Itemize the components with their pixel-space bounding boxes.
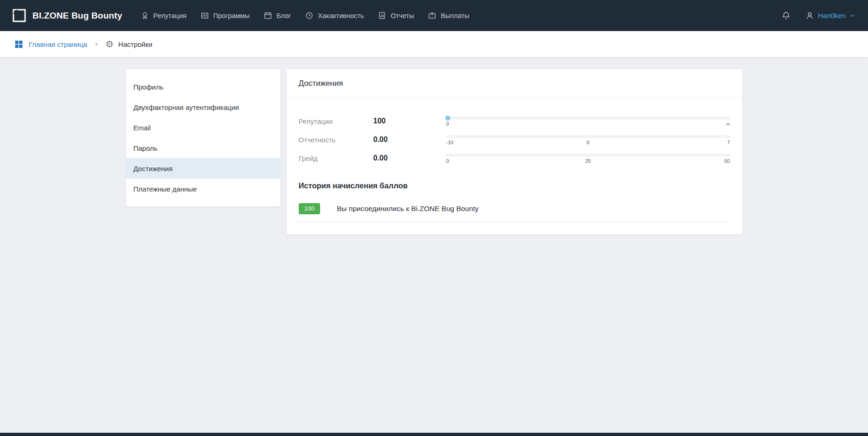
slider-track	[446, 117, 730, 119]
scale-max: 50	[724, 158, 730, 164]
settings-sidebar: Профиль Двухфакторная аутентификация Ema…	[126, 69, 281, 207]
slider-scale: 0 ∞	[446, 121, 730, 127]
nav-item-label: Отчеты	[391, 12, 414, 19]
metric-label: Отчетность	[299, 136, 373, 144]
footer-strip	[0, 433, 868, 436]
sidebar-item-label: Достижения	[134, 165, 173, 173]
navbar-right: Han0ken	[781, 11, 856, 20]
scale-min: 0	[446, 158, 449, 164]
points-badge: 100	[299, 203, 321, 214]
slider-dot	[445, 115, 450, 121]
achievements-panel: Достижения Репутация 100 0 ∞ Отчетн	[286, 69, 743, 235]
history-entry: 100 Вы присоединились к Bi.ZONE Bug Boun…	[299, 203, 730, 222]
chevron-right-icon	[93, 41, 99, 47]
dashboard-grid-icon	[14, 39, 24, 49]
grade-slider: 0 25 50	[446, 153, 730, 164]
reporting-slider: -10 0 7	[446, 135, 730, 145]
scale-mid: 25	[585, 158, 591, 164]
sidebar-item-label: Платежные данные	[134, 185, 197, 193]
sidebar-item-2fa[interactable]: Двухфакторная аутентификация	[126, 97, 280, 117]
nav-item-label: Программы	[213, 12, 250, 19]
sidebar-item-profile[interactable]: Профиль	[126, 77, 280, 97]
breadcrumb-current: ⚙ Настройки	[105, 39, 153, 49]
chevron-down-icon	[849, 12, 856, 19]
metric-label: Грейд	[299, 154, 373, 162]
scale-max: 7	[727, 140, 730, 145]
sidebar-item-payment-details[interactable]: Платежные данные	[126, 179, 280, 199]
metric-value: 100	[373, 117, 446, 125]
sidebar-item-email[interactable]: Email	[126, 117, 280, 138]
nav-item-hacktivity[interactable]: Хакактивность	[298, 0, 371, 31]
sidebar-item-label: Двухфакторная аутентификация	[134, 103, 239, 111]
metric-row-reputation: Репутация 100 0 ∞	[299, 112, 730, 130]
sidebar-item-password[interactable]: Пароль	[126, 138, 280, 158]
user-icon	[805, 11, 815, 20]
reputation-slider: 0 ∞	[446, 116, 730, 127]
slider-track	[446, 154, 730, 156]
metric-label: Репутация	[299, 117, 373, 125]
nav-item-label: Хакактивность	[318, 12, 364, 19]
briefcase-icon	[428, 11, 437, 20]
notifications-button[interactable]	[781, 11, 791, 20]
slider-scale: 0 25 50	[446, 158, 730, 164]
nav-item-label: Выплаты	[441, 12, 469, 19]
sidebar-item-label: Пароль	[134, 144, 158, 152]
gear-icon: ⚙	[105, 39, 114, 49]
breadcrumb: Главная страница ⚙ Настройки	[0, 31, 868, 57]
bell-icon	[781, 11, 791, 20]
building-icon	[200, 11, 209, 20]
sidebar-item-label: Email	[134, 124, 151, 132]
calendar-icon	[264, 11, 272, 20]
metric-value: 0.00	[373, 135, 446, 144]
panel-title: Достижения	[287, 69, 742, 98]
brand-logo[interactable]: BI.ZONE Bug Bounty	[12, 8, 122, 23]
breadcrumb-home-label: Главная страница	[29, 40, 87, 48]
username: Han0ken	[818, 12, 846, 19]
top-navbar: BI.ZONE Bug Bounty Репутация Программы	[0, 0, 868, 31]
user-menu[interactable]: Han0ken	[805, 11, 856, 20]
settings-content: Профиль Двухфакторная аутентификация Ema…	[126, 69, 743, 235]
history-entry-text: Вы присоединились к Bi.ZONE Bug Bounty	[337, 205, 479, 213]
slider-track	[446, 135, 730, 138]
breadcrumb-current-label: Настройки	[118, 40, 153, 48]
report-icon	[378, 11, 386, 20]
nav-item-payouts[interactable]: Выплаты	[421, 0, 476, 31]
nav-item-reports[interactable]: Отчеты	[371, 0, 421, 31]
medal-icon	[141, 11, 149, 20]
nav-item-blog[interactable]: Блог	[257, 0, 298, 31]
history-title: История начисления баллов	[299, 181, 730, 190]
metric-row-reporting: Отчетность 0.00 -10 0 7	[299, 130, 730, 149]
nav-item-label: Репутация	[154, 12, 186, 19]
metric-row-grade: Грейд 0.00 0 25 50	[299, 149, 730, 167]
scale-mid: 0	[586, 140, 589, 145]
slider-scale: -10 0 7	[446, 140, 730, 145]
breadcrumb-home-link[interactable]: Главная страница	[14, 39, 87, 49]
bizone-logo-icon	[12, 8, 26, 23]
brand-title: BI.ZONE Bug Bounty	[32, 11, 122, 21]
sidebar-item-label: Профиль	[134, 83, 164, 91]
metric-value: 0.00	[373, 154, 446, 162]
nav-item-programs[interactable]: Программы	[193, 0, 257, 31]
scale-max: ∞	[727, 121, 730, 127]
metrics-list: Репутация 100 0 ∞ Отчетность 0.00	[287, 98, 742, 169]
scale-min: 0	[446, 121, 449, 127]
nav-item-reputation[interactable]: Репутация	[134, 0, 193, 31]
points-history: История начисления баллов 100 Вы присоед…	[287, 181, 742, 234]
sidebar-item-achievements[interactable]: Достижения	[126, 158, 280, 179]
main-nav: Репутация Программы Блог	[134, 0, 476, 31]
scale-min: -10	[446, 140, 454, 145]
clock-icon	[305, 11, 314, 20]
nav-item-label: Блог	[276, 12, 291, 19]
